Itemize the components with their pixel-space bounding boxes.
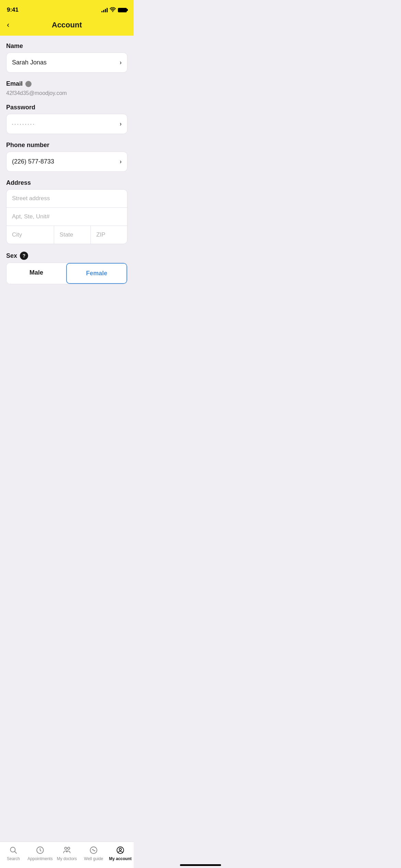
phone-section: Phone number (226) 577-8733 › xyxy=(6,142,127,172)
city-state-zip-row: City State ZIP xyxy=(7,226,127,244)
email-label: Email xyxy=(6,80,127,87)
password-card: ········· › xyxy=(6,114,127,134)
name-chevron-icon: › xyxy=(120,59,122,66)
status-icons xyxy=(101,7,127,13)
city-placeholder: City xyxy=(12,231,22,238)
email-section: Email 42f34d35@moodjoy.com xyxy=(6,80,127,96)
wifi-icon xyxy=(110,7,116,13)
city-field[interactable]: City xyxy=(7,226,54,244)
name-card: Sarah Jonas › xyxy=(6,52,127,73)
state-field[interactable]: State xyxy=(54,226,91,244)
password-row[interactable]: ········· › xyxy=(7,114,127,134)
state-placeholder: State xyxy=(60,231,73,238)
password-section: Password ········· › xyxy=(6,104,127,134)
zip-placeholder: ZIP xyxy=(96,231,105,238)
name-row[interactable]: Sarah Jonas › xyxy=(7,53,127,72)
sex-section: Sex ? Male Female xyxy=(6,252,127,284)
password-label: Password xyxy=(6,104,127,111)
address-card: Street address Apt, Ste, Unit# City Stat… xyxy=(6,189,127,244)
phone-chevron-icon: › xyxy=(120,158,122,165)
address-label: Address xyxy=(6,179,127,186)
email-dot-icon xyxy=(25,81,32,87)
status-time: 9:41 xyxy=(7,7,19,13)
content: Name Sarah Jonas › Email 42f34d35@moodjo… xyxy=(0,36,134,326)
address-section: Address Street address Apt, Ste, Unit# C… xyxy=(6,179,127,244)
name-section: Name Sarah Jonas › xyxy=(6,43,127,73)
name-label: Name xyxy=(6,43,127,50)
password-dots: ········· xyxy=(12,121,36,126)
svg-point-0 xyxy=(112,11,113,12)
apt-placeholder: Apt, Ste, Unit# xyxy=(12,213,50,220)
zip-field[interactable]: ZIP xyxy=(91,226,127,244)
phone-value: (226) 577-8733 xyxy=(12,158,54,165)
password-chevron-icon: › xyxy=(120,120,122,128)
street-placeholder: Street address xyxy=(12,195,50,202)
sex-label: Sex ? xyxy=(6,252,127,260)
phone-row[interactable]: (226) 577-8733 › xyxy=(7,152,127,171)
page-title: Account xyxy=(52,21,82,29)
back-button[interactable]: ‹ xyxy=(7,21,9,29)
apt-field[interactable]: Apt, Ste, Unit# xyxy=(7,208,127,226)
street-address-field[interactable]: Street address xyxy=(7,190,127,208)
female-option[interactable]: Female xyxy=(66,263,127,284)
sex-toggle: Male Female xyxy=(6,263,127,284)
name-value: Sarah Jonas xyxy=(12,59,47,66)
header: ‹ Account xyxy=(0,17,134,36)
signal-icon xyxy=(101,8,108,12)
help-icon[interactable]: ? xyxy=(20,252,28,260)
battery-icon xyxy=(118,8,127,12)
phone-label: Phone number xyxy=(6,142,127,149)
status-bar: 9:41 xyxy=(0,0,134,17)
phone-card: (226) 577-8733 › xyxy=(6,152,127,172)
male-option[interactable]: Male xyxy=(7,263,66,284)
email-value: 42f34d35@moodjoy.com xyxy=(6,90,127,96)
